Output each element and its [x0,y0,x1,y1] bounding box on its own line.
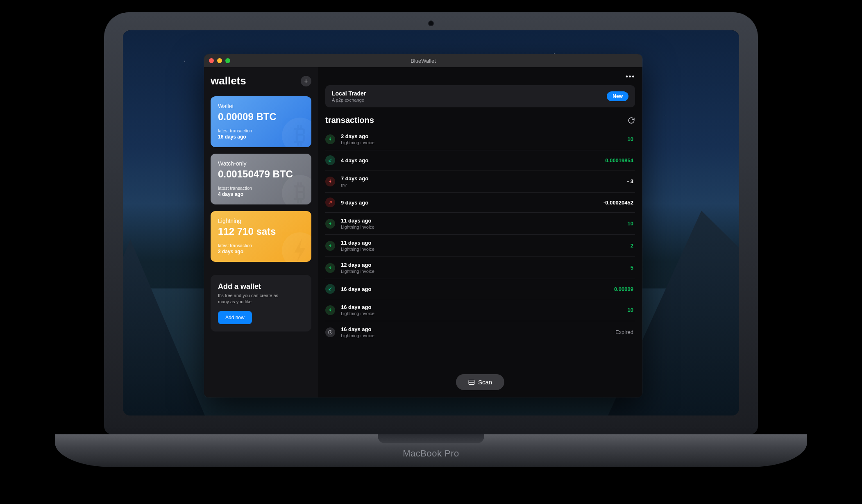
tx-time: 11 days ago [341,240,631,246]
ln-in-icon [325,305,335,315]
tx-sub: Lightning invoice [341,140,628,145]
tx-time: 7 days ago [341,175,627,182]
plus-icon: + [304,77,308,85]
tx-amount: 0.00019854 [605,157,635,163]
tx-amount: 10 [628,307,635,313]
wallet-card-orange[interactable]: Lightning112 710 satslatest transaction2… [211,211,311,262]
scan-button[interactable]: Scan [456,374,504,390]
laptop-bezel: BlueWallet wallets + ₿Wallet0.00009 BTCl… [123,30,739,415]
tx-amount: 5 [631,265,635,271]
ln-out-icon [325,177,335,186]
tx-time: 9 days ago [341,200,603,206]
transaction-row[interactable]: 12 days agoLightning invoice5 [325,257,635,279]
refresh-button[interactable] [628,117,635,124]
transaction-row[interactable]: 4 days ago0.00019854 [325,150,635,170]
desktop-wallpaper: BlueWallet wallets + ₿Wallet0.00009 BTCl… [123,30,739,415]
camera-icon [429,21,433,25]
sidebar-title: wallets [211,75,246,87]
ln-in-icon [325,134,335,144]
wallet-card-blue[interactable]: ₿Wallet0.00009 BTClatest transaction16 d… [211,96,311,147]
btc-in-icon [325,155,335,165]
tx-time: 12 days ago [341,262,631,268]
app-window: BlueWallet wallets + ₿Wallet0.00009 BTCl… [204,54,642,397]
tx-amount: -0.00020452 [603,200,635,206]
tx-sub: Lightning invoice [341,225,628,229]
transaction-row[interactable]: 7 days agopw- 3 [325,170,635,193]
transaction-row[interactable]: 16 days agoLightning invoice10 [325,299,635,321]
wallet-name: Watch-only [218,160,304,167]
tx-time: 11 days ago [341,218,628,224]
main-panel: ••• Local Trader A p2p exchange New tran… [318,67,642,397]
wallet-meta-label: latest transaction [218,186,304,191]
transaction-row[interactable]: 2 days agoLightning invoice10 [325,128,635,150]
refresh-icon [628,117,635,124]
add-card-title: Add a wallet [218,282,304,291]
tx-sub: Lightning invoice [341,269,631,274]
transactions-title: transactions [325,116,374,125]
transaction-row[interactable]: 16 days agoLightning invoiceExpired [325,321,635,343]
add-now-button[interactable]: Add now [218,311,252,324]
local-trader-banner[interactable]: Local Trader A p2p exchange New [325,85,635,107]
transaction-row[interactable]: 9 days ago-0.00020452 [325,193,635,213]
tx-amount: 10 [628,220,635,227]
wallet-meta-label: latest transaction [218,128,304,133]
banner-subtitle: A p2p exchange [332,98,366,102]
tx-time: 16 days ago [341,286,614,292]
scan-icon [468,379,475,385]
btc-out-icon [325,198,335,207]
svg-text:₿: ₿ [294,122,306,148]
tx-sub: Lightning invoice [341,247,631,252]
tx-amount: 10 [628,136,635,142]
ln-in-icon [325,263,335,273]
more-icon[interactable]: ••• [626,73,635,81]
btc-in-icon [325,284,335,294]
transaction-row[interactable]: 11 days agoLightning invoice2 [325,235,635,257]
tx-sub: pw [341,182,627,187]
transaction-row[interactable]: 16 days ago0.00009 [325,279,635,299]
laptop-brand: MacBook Pro [403,448,459,459]
tx-sub: Lightning invoice [341,333,615,338]
add-wallet-button[interactable]: + [301,76,311,86]
ln-in-icon [325,241,335,251]
tx-time: 2 days ago [341,133,628,139]
add-wallet-card: Add a wallet It's free and you can creat… [211,275,311,331]
wallet-meta-value: 2 days ago [218,249,304,254]
new-badge: New [607,91,628,101]
tx-amount: - 3 [627,178,635,184]
ln-in-icon [325,219,335,229]
transactions-list: 2 days agoLightning invoice104 days ago0… [325,128,635,390]
tx-amount: 2 [631,243,635,249]
tx-sub: Lightning invoice [341,311,628,316]
laptop-frame: BlueWallet wallets + ₿Wallet0.00009 BTCl… [104,12,758,434]
sidebar: wallets + ₿Wallet0.00009 BTClatest trans… [204,67,318,397]
tx-amount: Expired [615,329,635,335]
tx-amount: 0.00009 [614,286,635,292]
titlebar[interactable]: BlueWallet [204,54,642,67]
wallet-name: Wallet [218,103,304,109]
tx-time: 16 days ago [341,326,615,332]
wallet-name: Lightning [218,218,304,224]
tx-time: 4 days ago [341,157,605,163]
tx-time: 16 days ago [341,304,628,310]
scan-label: Scan [478,379,492,386]
window-title: BlueWallet [204,58,642,64]
add-card-subtitle: It's free and you can create as many as … [218,293,284,305]
svg-text:₿: ₿ [294,179,306,205]
transaction-row[interactable]: 11 days agoLightning invoice10 [325,213,635,235]
expired-icon [325,327,335,337]
laptop-base: MacBook Pro [55,434,807,467]
banner-title: Local Trader [332,90,366,97]
wallet-meta-label: latest transaction [218,243,304,248]
wallet-card-gray[interactable]: ₿Watch-only0.00150479 BTClatest transact… [211,154,311,204]
